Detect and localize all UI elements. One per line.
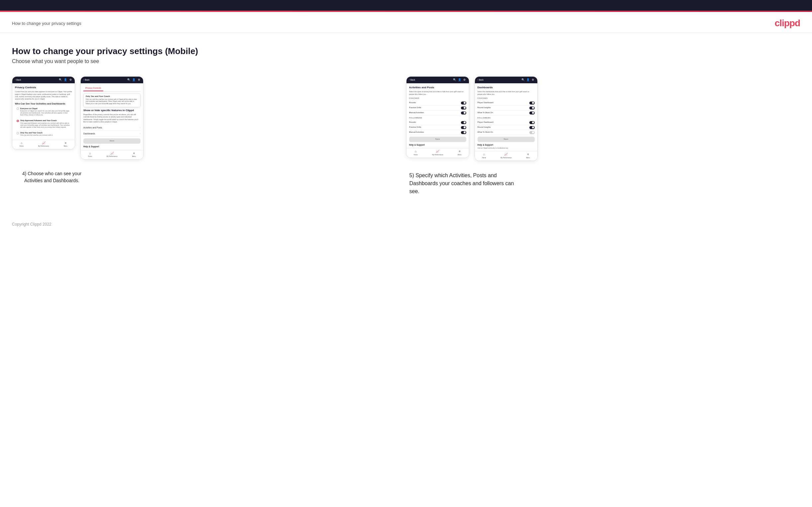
mockup1-body-text: Control how you and your data appears to… [15,91,72,100]
nav-performance-2[interactable]: 📈 My Performance [107,152,117,158]
nav-home-1[interactable]: ⌂ Home [19,142,23,148]
radio-you-coach[interactable]: Only You and Your Coach Only you and the… [15,130,72,138]
nav-performance-1[interactable]: 📈 My Performance [38,142,49,148]
toggle-drills-followers[interactable]: Practice Drills [409,125,466,130]
caption-block-2: 5) Specify which Activities, Posts and D… [406,167,800,195]
toggle-player-dash-coaches[interactable]: Player Dashboard [477,101,535,106]
search-icon-2[interactable]: 🔍 [127,78,131,81]
mockup4-section-desc: Select the dashboards that you'd like to… [477,91,535,96]
right-half: ‹ Back 🔍 👤 ⚙ Activities and Posts Select… [406,76,800,195]
toggle-switch-manual-followers[interactable] [461,131,466,134]
left-half: ‹ Back 🔍 👤 ⚙ Privacy Controls Control ho… [12,76,406,195]
nav-home-2[interactable]: ⌂ Home [88,152,92,158]
followers-header-4: FOLLOWERS [477,117,535,119]
settings-icon-2[interactable]: ⚙ [137,78,141,81]
toggle-switch-insights-coaches[interactable] [529,107,535,110]
mockup3-body: Activities and Posts Select the types of… [406,83,469,146]
toggle-switch-drills-followers[interactable] [461,126,466,129]
radio-label-approved: Only Approved Followers and Your Coach [20,119,70,122]
mockup4-back[interactable]: ‹ Back [477,79,484,81]
chevron-left-icon-2: ‹ [83,79,84,81]
mockup1-section-title: Privacy Controls [15,86,72,89]
mockup2-icons: 🔍 👤 ⚙ [127,78,141,81]
radio-desc-everyone: Everyone on Clippd can search for you an… [20,110,70,116]
toggle-rounds-followers[interactable]: Rounds [409,120,466,125]
mockup2-body: Privacy Controls Only You and Your Coach… [81,83,143,148]
mockup3-back[interactable]: ‹ Back [409,79,415,81]
save-button-3[interactable]: Save [409,137,466,142]
mockup4-bottom-nav: ⌂ Home 📈 My Performance ≡ Menu [475,151,537,161]
settings-icon-4[interactable]: ⚙ [531,78,535,81]
radio-everyone[interactable]: Everyone on Clippd Everyone on Clippd ca… [15,106,72,118]
mockup3-section-desc: Select the types of activity that you'd … [409,91,466,96]
toggle-switch-player-coaches[interactable] [529,102,535,105]
tooltip-text: Only you and the coaches you connect wit… [86,99,138,105]
toggle-switch-drills-coaches[interactable] [461,107,466,110]
nav-menu-1[interactable]: ≡ Menu [64,142,67,148]
save-button-2[interactable]: Save [83,138,141,144]
nav-performance-4[interactable]: 📈 My Performance [501,153,511,159]
toggle-switch-manual-coaches[interactable] [461,111,466,114]
mockups-pair-right: ‹ Back 🔍 👤 ⚙ Activities and Posts Select… [406,76,800,161]
person-icon-2[interactable]: 👤 [132,78,136,81]
toggle-drills-coaches[interactable]: Practice Drills [409,106,466,111]
toggle-switch-rounds-coaches[interactable] [461,102,466,105]
toggle-rounds-coaches[interactable]: Rounds [409,101,466,106]
nav-performance-3[interactable]: 📈 My Performance [432,150,443,156]
toggle-round-insights-coaches[interactable]: Round Insights [477,106,535,111]
toggle-switch-workon-coaches[interactable] [529,111,535,114]
mockup3-section-title: Activities and Posts [409,86,466,89]
chart-icon: 📈 [42,142,46,145]
chart-icon-4: 📈 [504,153,508,157]
coaches-header-3: COACHES [409,97,466,100]
nav-home-3[interactable]: ⌂ Home [413,150,417,156]
toggle-work-on-coaches[interactable]: What To Work On [477,111,535,115]
search-icon-4[interactable]: 🔍 [521,78,525,81]
toggle-player-dash-followers[interactable]: Player Dashboard [477,120,535,125]
home-icon-4: ⌂ [483,153,485,157]
toggle-manual-followers[interactable]: Manual Activities [409,130,466,135]
caption-2: 5) Specify which Activities, Posts and D… [409,172,522,195]
menu-icon-2: ≡ [133,152,135,156]
mockup1-back[interactable]: ‹ Back [15,79,21,81]
mockup1-radio-group: Everyone on Clippd Everyone on Clippd ca… [15,106,72,138]
nav-home-4[interactable]: ⌂ Home [482,153,486,159]
caption-block-1: 4) Choose who can see your Activities an… [12,166,406,184]
article-subtitle: Choose what you want people to see [12,58,800,64]
toggle-manual-coaches[interactable]: Manual Activities [409,111,466,115]
settings-icon[interactable]: ⚙ [69,78,72,81]
save-button-4[interactable]: Save [477,137,535,142]
nav-menu-3[interactable]: ≡ Menu [458,150,461,156]
toggle-switch-insights-followers[interactable] [529,126,535,129]
tab-privacy-controls[interactable]: Privacy Controls [83,86,103,91]
toggle-switch-rounds-followers[interactable] [461,121,466,124]
search-icon[interactable]: 🔍 [59,78,62,81]
mockup-1: ‹ Back 🔍 👤 ⚙ Privacy Controls Control ho… [12,76,75,149]
home-icon-3: ⌂ [415,150,416,154]
mockup2-back[interactable]: ‹ Back [83,79,90,81]
help-label-2: Help & Support [83,145,141,148]
person-icon-4[interactable]: 👤 [526,78,530,81]
toggle-work-on-followers[interactable]: What To Work On [477,130,535,135]
page-header-title: How to change your privacy settings [12,21,81,26]
nav-activities-posts[interactable]: Activities and Posts › [83,125,141,131]
nav-dashboards[interactable]: Dashboards › [83,131,141,137]
radio-approved[interactable]: Only Approved Followers and Your Coach O… [15,118,72,130]
settings-icon-3[interactable]: ⚙ [463,78,466,81]
nav-menu-2[interactable]: ≡ Menu [132,152,136,158]
toggle-switch-player-followers[interactable] [529,121,535,124]
article-title: How to change your privacy settings (Mob… [12,46,800,56]
toggle-switch-workon-followers[interactable] [529,131,535,134]
mockup4-section-title: Dashboards [477,86,535,89]
mockup2-bottom-nav: ⌂ Home 📈 My Performance ≡ Menu [81,150,143,160]
mockup3-icons: 🔍 👤 ⚙ [453,78,466,81]
person-icon-3[interactable]: 👤 [458,78,461,81]
coaches-header-4: COACHES [477,97,535,100]
tooltip-title: Only You and Your Coach [86,95,138,98]
toggle-round-insights-followers[interactable]: Round Insights [477,125,535,130]
search-icon-3[interactable]: 🔍 [453,78,456,81]
nav-menu-4[interactable]: ≡ Menu [526,153,530,159]
mockup1-subtitle: Who Can See Your Activities and Dashboar… [15,102,72,105]
person-icon[interactable]: 👤 [64,78,67,81]
radio-desc-you-coach: Only you and the coaches you connect wit… [20,134,53,136]
